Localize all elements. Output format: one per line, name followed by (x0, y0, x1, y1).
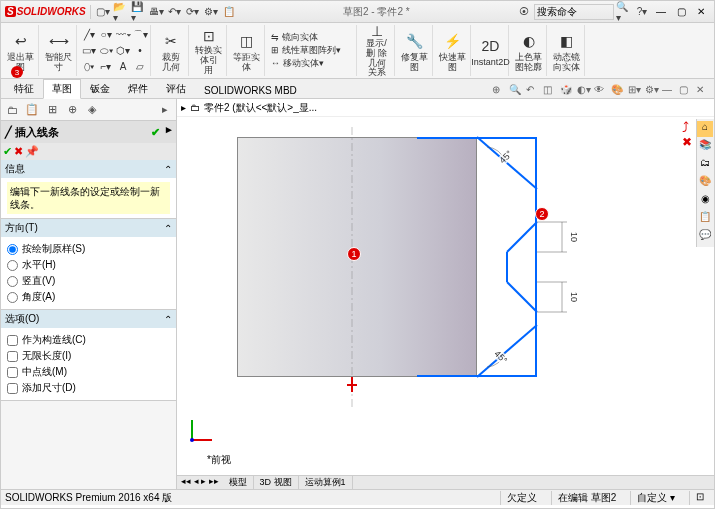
panel-expand-icon[interactable]: ▸ (156, 101, 174, 119)
viewport-max-icon[interactable]: ▢ (679, 84, 693, 98)
explorer-tab[interactable]: 🗂 (697, 157, 713, 173)
linear-pattern-button[interactable]: ⊞ 线性草图阵列▾ (271, 44, 341, 57)
undo-button[interactable]: ↶▾ (167, 4, 183, 20)
zoom-fit-icon[interactable]: ⊕ (492, 84, 506, 98)
property-tab[interactable]: 📋 (23, 101, 41, 119)
config-tab[interactable]: ⊞ (43, 101, 61, 119)
quick-sketch-button[interactable]: ⚡ 快速草 图 (435, 25, 471, 76)
tab-motion[interactable]: 运动算例1 (299, 476, 353, 489)
check-add-dim[interactable]: 添加尺寸(D) (7, 380, 170, 396)
tab-mbd[interactable]: SOLIDWORKS MBD (195, 82, 306, 98)
scene-icon[interactable]: ⊞▾ (628, 84, 642, 98)
radio-as-sketched[interactable]: 按绘制原样(S) (7, 241, 170, 257)
smart-dimension-button[interactable]: ⟷ 智能尺 寸 (41, 25, 77, 76)
part-name[interactable]: 零件2 (默认<<默认>_显... (204, 101, 317, 115)
confirm-exit-icon[interactable]: ⤴ (682, 119, 689, 135)
display-style-icon[interactable]: ◐▾ (577, 84, 591, 98)
forum-tab[interactable]: 💬 (697, 229, 713, 245)
instant2d-button[interactable]: 2D Instant2D (473, 25, 509, 76)
viewport-min-icon[interactable]: — (662, 84, 676, 98)
status-toggle-icon[interactable]: ⊡ (689, 491, 710, 505)
confirm-cancel-icon[interactable]: ✖ (682, 135, 692, 149)
tab-scroll-left[interactable]: ◂◂ ◂ ▸ ▸▸ (177, 476, 223, 489)
search-input[interactable]: 搜索命令 (534, 4, 614, 20)
confirm-button[interactable]: ✔ (3, 145, 12, 158)
tab-model[interactable]: 模型 (223, 476, 254, 489)
search-type-button[interactable]: ⦿ (516, 4, 532, 20)
tab-3dview[interactable]: 3D 视图 (254, 476, 299, 489)
select-button[interactable]: 📋 (221, 4, 237, 20)
offset-button[interactable]: ◫ 等距实 体 (229, 25, 265, 76)
info-section-head[interactable]: 信息⌃ (1, 160, 176, 178)
print-button[interactable]: 🖶▾ (149, 4, 165, 20)
rebuild-button[interactable]: ⟳▾ (185, 4, 201, 20)
resources-tab[interactable]: ⌂ (697, 121, 713, 137)
display-relations-button[interactable]: ⊥ 显示/删 除几何 关系 (359, 25, 395, 76)
plane-button[interactable]: ▱ (132, 59, 148, 75)
ok-button[interactable]: ✔ (146, 123, 164, 141)
line-button[interactable]: ╱▾ (81, 27, 97, 43)
ellipse-button[interactable]: ⬯▾ (81, 59, 97, 75)
tab-sketch[interactable]: 草图 (43, 79, 81, 99)
exit-sketch-button[interactable]: ↩ 退出草 图 3 (3, 25, 39, 76)
chevron-right-icon[interactable]: ▸ (166, 123, 172, 141)
dim-10-top[interactable]: 10 (567, 232, 581, 242)
spline-button[interactable]: 〰▾ (115, 27, 131, 43)
custom-props-tab[interactable]: 📋 (697, 211, 713, 227)
trim-button[interactable]: ✂ 裁剪 几何 (153, 25, 189, 76)
restore-button[interactable]: ▢ (672, 4, 690, 20)
tab-feature[interactable]: 特征 (5, 79, 43, 98)
text-button[interactable]: A (115, 59, 131, 75)
zoom-area-icon[interactable]: 🔍 (509, 84, 523, 98)
radio-vertical[interactable]: 竖直(V) (7, 273, 170, 289)
hide-show-icon[interactable]: 👁▾ (594, 84, 608, 98)
help-button[interactable]: ?▾ (634, 4, 650, 20)
close-button[interactable]: ✕ (692, 4, 710, 20)
appearance-tab[interactable]: ◉ (697, 193, 713, 209)
arc-button[interactable]: ⌒▾ (132, 27, 148, 43)
fillet-button[interactable]: ⌐▾ (98, 59, 114, 75)
shaded-sketch-button[interactable]: ◐ 上色草 图轮廓 (511, 25, 547, 76)
repair-sketch-button[interactable]: 🔧 修复草 图 (397, 25, 433, 76)
cancel-button[interactable]: ✖ (14, 145, 23, 158)
check-construction[interactable]: 作为构造线(C) (7, 332, 170, 348)
view-settings-icon[interactable]: ⚙▾ (645, 84, 659, 98)
minimize-button[interactable]: — (652, 4, 670, 20)
circle-button[interactable]: ○▾ (98, 27, 114, 43)
unit-system-button[interactable]: 自定义 ▾ (630, 491, 681, 505)
feature-tree-tab[interactable]: 🗀 (3, 101, 21, 119)
prev-view-icon[interactable]: ↶ (526, 84, 540, 98)
pushpin-icon[interactable]: 📌 (25, 145, 39, 158)
radio-angle[interactable]: 角度(A) (7, 289, 170, 305)
direction-section-head[interactable]: 方向(T)⌃ (1, 219, 176, 237)
appearance-icon[interactable]: 🎨▾ (611, 84, 625, 98)
tab-sheetmetal[interactable]: 钣金 (81, 79, 119, 98)
viewport-close-icon[interactable]: ✕ (696, 84, 710, 98)
view-orient-icon[interactable]: 🎲▾ (560, 84, 574, 98)
section-view-icon[interactable]: ◫ (543, 84, 557, 98)
mirror-button[interactable]: ⇋ 镜向实体 (271, 31, 318, 44)
dimxpert-tab[interactable]: ⊕ (63, 101, 81, 119)
design-lib-tab[interactable]: 📚 (697, 139, 713, 155)
point-button[interactable]: • (132, 43, 148, 59)
options-section-head[interactable]: 选项(O)⌃ (1, 310, 176, 328)
graphics-viewport[interactable]: ▸ 🗀 零件2 (默认<<默认>_显... 软件自学网 (177, 99, 714, 489)
convert-button[interactable]: ⊡ 转换实 体引 用 (191, 25, 227, 76)
rect-button[interactable]: ▭▾ (81, 43, 97, 59)
new-button[interactable]: ▢▾ (95, 4, 111, 20)
open-button[interactable]: 📂▾ (113, 4, 129, 20)
view-palette-tab[interactable]: 🎨 (697, 175, 713, 191)
dim-10-bottom[interactable]: 10 (567, 292, 581, 302)
check-infinite[interactable]: 无限长度(I) (7, 348, 170, 364)
view-triad[interactable] (187, 415, 217, 445)
expand-tree-icon[interactable]: ▸ (181, 102, 186, 113)
canvas[interactable]: 软件自学网 (177, 117, 714, 475)
save-button[interactable]: 💾▾ (131, 4, 147, 20)
display-tab[interactable]: ◈ (83, 101, 101, 119)
check-midpoint[interactable]: 中点线(M) (7, 364, 170, 380)
dynamic-mirror-button[interactable]: ◧ 动态镜 向实体 (549, 25, 585, 76)
move-button[interactable]: ↔ 移动实体▾ (271, 57, 324, 70)
search-icon[interactable]: 🔍▾ (616, 4, 632, 20)
tab-weldment[interactable]: 焊件 (119, 79, 157, 98)
radio-horizontal[interactable]: 水平(H) (7, 257, 170, 273)
